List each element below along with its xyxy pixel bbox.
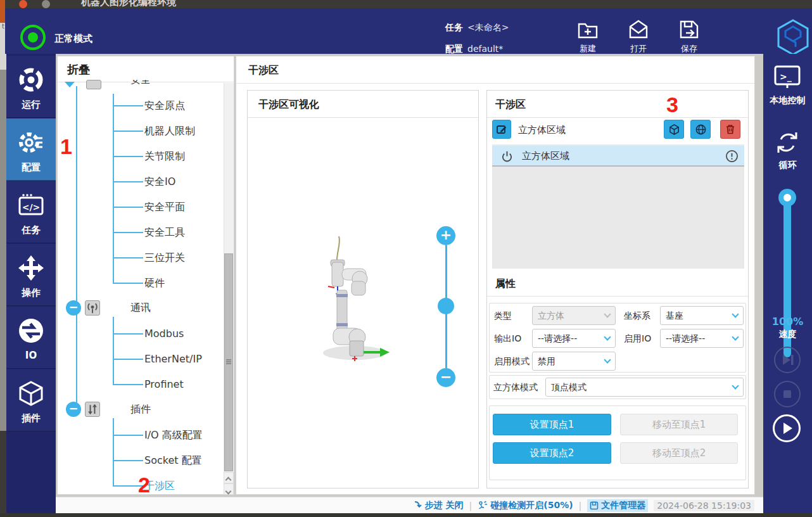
code-window-icon: </>: [17, 191, 45, 219]
nav-item-plugin[interactable]: 插件: [6, 369, 56, 431]
tree-item-safety-tool[interactable]: 安全工具: [144, 224, 185, 241]
cube-mode-select[interactable]: 顶点模式: [545, 378, 744, 397]
move-to-vertex1-button[interactable]: 移动至顶点1: [620, 414, 738, 435]
step-forward-button[interactable]: [774, 347, 801, 373]
tree-line: [113, 418, 114, 487]
zone-list-item[interactable]: 立方体区域: [492, 146, 744, 167]
scroll-down-button[interactable]: [224, 483, 234, 495]
collapse-node-button[interactable]: −: [66, 402, 81, 417]
zone-name-label: 立方体区域: [518, 124, 566, 136]
tree-item-ethernet-ip[interactable]: EtherNet/IP: [144, 350, 202, 368]
tree-root-partial[interactable]: 安全: [61, 80, 187, 90]
enable-mode-select[interactable]: 禁用: [532, 352, 616, 371]
nav-item-task[interactable]: </> 任务: [6, 181, 56, 243]
file-manager-icon: [590, 501, 599, 510]
window-minimize-button[interactable]: [42, 0, 50, 8]
tree-item-robot-limit[interactable]: 机器人限制: [144, 122, 195, 140]
collapse-node-button[interactable]: −: [66, 300, 81, 316]
comm-antenna-icon: [85, 300, 100, 316]
type-label: 类型: [494, 306, 512, 325]
tree-item-joint-limit[interactable]: 关节限制: [144, 148, 185, 165]
output-io-select[interactable]: --请选择--: [532, 329, 616, 348]
loop-button[interactable]: [773, 129, 801, 159]
status-ring-icon: [20, 25, 46, 50]
desktop-edge: t: [0, 0, 6, 517]
svg-text:</>: </>: [22, 202, 41, 212]
nav-item-config[interactable]: 配置: [6, 118, 56, 181]
io-icon: [17, 317, 45, 345]
play-button[interactable]: [773, 414, 801, 442]
window-close-button[interactable]: [19, 0, 27, 8]
mode-label: 正常模式: [54, 33, 92, 45]
coord-label: 坐标系: [624, 306, 650, 325]
plugin-sliders-icon: [85, 402, 100, 417]
set-vertex2-button[interactable]: 设置顶点2: [493, 442, 611, 464]
open-button[interactable]: 打开: [621, 18, 656, 54]
tree-item-hardware[interactable]: 硬件: [144, 274, 165, 292]
collision-icon: [478, 501, 488, 511]
globe-icon: [695, 124, 707, 136]
cube-icon: [17, 380, 45, 407]
coord-select[interactable]: 基座: [660, 306, 744, 325]
status-bar: 步进 关闭 | 碰撞检测开启(50%) | 文件管理器 2024-06-28 1…: [56, 497, 763, 513]
tree-item-profinet[interactable]: Profinet: [144, 376, 184, 393]
task-value: <未命名>: [467, 22, 509, 34]
tree-item-plugin[interactable]: 插件: [130, 400, 151, 418]
output-io-label: 输出IO: [494, 329, 521, 348]
enable-io-label: 启用IO: [624, 329, 651, 348]
local-control-label: 本地控制: [763, 95, 812, 106]
tree-item-modbus[interactable]: Modbus: [144, 325, 184, 343]
collision-detect-status[interactable]: 碰撞检测开启(50%): [478, 500, 573, 511]
gear-icon: [17, 129, 45, 156]
new-folder-icon: [576, 18, 599, 41]
power-icon[interactable]: [501, 150, 513, 162]
new-button[interactable]: 新建: [570, 18, 606, 54]
delete-zone-button[interactable]: [720, 120, 740, 139]
play-icon: [775, 416, 799, 440]
save-icon: [678, 18, 701, 41]
tree-item-socket-config[interactable]: Socket 配置: [144, 452, 202, 469]
tree-item-three-pos-switch[interactable]: 三位开关: [144, 249, 185, 267]
step-mode-status[interactable]: 步进 关闭: [413, 500, 464, 511]
brand-logo: [775, 18, 811, 56]
left-nav: 运行 配置 </> 任务 操作 IO 插件 351D: [6, 54, 56, 517]
local-control-button[interactable]: >_: [772, 63, 802, 95]
zoom-slider-knob[interactable]: [438, 298, 454, 314]
skip-icon: [775, 348, 799, 372]
tree-scrollbar-thumb[interactable]: [224, 253, 233, 471]
nav-item-operate[interactable]: 操作: [6, 244, 56, 306]
stop-icon: [775, 382, 799, 406]
zoom-out-button[interactable]: −: [436, 368, 455, 387]
loop-label: 循环: [763, 160, 812, 171]
window-titlebar: 机器人图形化编程环境: [5, 0, 812, 8]
move-to-vertex2-button[interactable]: 移动至顶点2: [620, 442, 738, 464]
nav-item-io[interactable]: IO: [6, 307, 56, 369]
robot-3d-view[interactable]: [279, 215, 431, 393]
annotation-2: 2: [138, 473, 150, 497]
warning-icon[interactable]: [725, 150, 739, 163]
open-file-icon: [627, 18, 650, 41]
terminal-icon: >_: [772, 63, 802, 93]
tree-item-io-advanced[interactable]: I/O 高级配置: [144, 426, 203, 444]
save-button[interactable]: 保存: [671, 18, 707, 54]
speed-value: 100%: [763, 316, 812, 328]
nav-item-run[interactable]: 运行: [6, 56, 56, 118]
tree-item-comm[interactable]: 通讯: [130, 299, 151, 317]
tree-item-safety-origin[interactable]: 安全原点: [144, 97, 185, 115]
enable-io-select[interactable]: --请选择--: [660, 329, 744, 348]
zoom-in-button[interactable]: +: [436, 226, 455, 245]
stop-button[interactable]: [774, 381, 801, 407]
cube-view-button[interactable]: [664, 120, 684, 139]
tree-item-safety-io[interactable]: 安全IO: [144, 173, 175, 191]
run-icon: [17, 66, 45, 94]
globe-view-button[interactable]: [690, 120, 711, 139]
tree-line: [113, 317, 114, 385]
edit-zone-button[interactable]: [492, 120, 511, 139]
task-label: 任务: [445, 22, 463, 34]
speed-label: 速度: [763, 329, 812, 340]
set-vertex1-button[interactable]: 设置顶点1: [493, 414, 611, 435]
file-manager-button[interactable]: 文件管理器: [587, 499, 648, 512]
collapse-arrow-icon: [65, 82, 75, 87]
scroll-up-button[interactable]: [224, 472, 234, 483]
tree-item-safety-plane[interactable]: 安全平面: [144, 198, 185, 216]
